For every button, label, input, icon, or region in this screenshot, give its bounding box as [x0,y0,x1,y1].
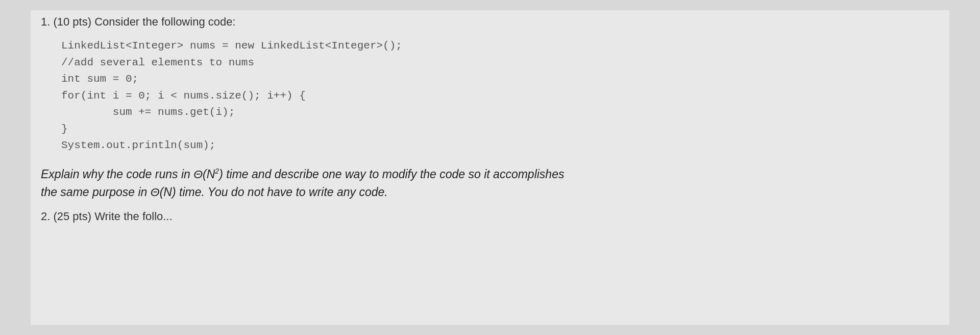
code-line-2: //add several elements to nums [61,55,939,71]
code-line-7: System.out.println(sum); [61,137,939,154]
explanation-block: Explain why the code runs in Θ(N2) time … [41,165,934,202]
code-line-6: } [61,121,939,138]
code-line-1: LinkedList<Integer> nums = new LinkedLis… [61,38,939,55]
question-header: 1. (10 pts) Consider the following code: [41,15,939,29]
code-line-3: int sum = 0; [61,71,939,88]
footer-note: 2. (25 pts) Write the follo... [41,210,939,223]
explanation-line2: the same purpose in Θ(N) time. You do no… [41,185,388,199]
page-content: 1. (10 pts) Consider the following code:… [31,10,949,325]
explanation-line1: Explain why the code runs in Θ(N2) time … [41,167,564,181]
code-block: LinkedList<Integer> nums = new LinkedLis… [61,38,939,154]
code-line-5: sum += nums.get(i); [61,104,939,121]
code-line-4: for(int i = 0; i < nums.size(); i++) { [61,88,939,105]
